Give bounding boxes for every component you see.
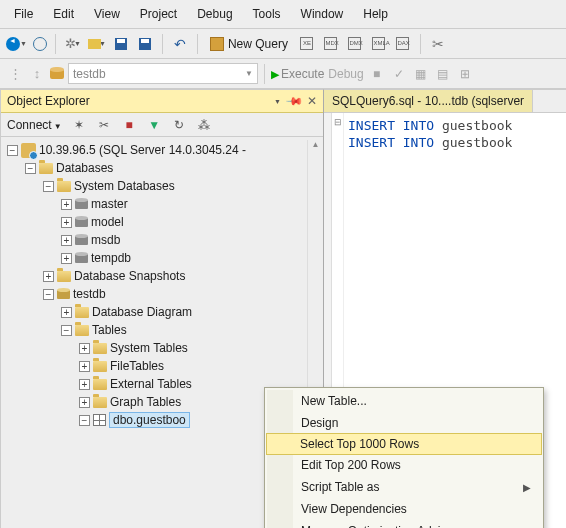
separator (162, 34, 163, 54)
undo-button[interactable]: ↶ (171, 35, 189, 53)
folder-icon (93, 343, 107, 354)
folder-icon (93, 379, 107, 390)
expand-toggle[interactable]: + (79, 343, 90, 354)
connect-toolbar: Connect▼ ✶ ✂ ■ ▼ ↻ ⁂ (1, 113, 323, 137)
dmx-query-button[interactable]: DMX (346, 35, 364, 53)
database-selector-value: testdb (73, 67, 106, 81)
open-button[interactable]: ▼ (88, 35, 106, 53)
menu-edit[interactable]: Edit (43, 3, 84, 25)
expand-toggle[interactable]: + (61, 307, 72, 318)
ctx-edit-top-200[interactable]: Edit Top 200 Rows (267, 454, 541, 476)
expand-toggle[interactable]: − (79, 415, 90, 426)
main-toolbar: ▼ ✲▼ ▼ ↶ New Query XE MDX DMX XMLA DAX ✂ (0, 29, 566, 59)
filetables-node[interactable]: FileTables (110, 359, 164, 373)
system-tables-node[interactable]: System Tables (110, 341, 188, 355)
expand-toggle[interactable]: + (61, 253, 72, 264)
stop-button: ■ (368, 65, 386, 83)
snapshots-node[interactable]: Database Snapshots (74, 269, 185, 283)
change-type-button[interactable]: ↕ (28, 65, 46, 83)
activity-icon[interactable]: ⁂ (197, 117, 212, 132)
menu-tools[interactable]: Tools (243, 3, 291, 25)
main-menu-bar: File Edit View Project Debug Tools Windo… (0, 0, 566, 29)
tables-node[interactable]: Tables (92, 323, 127, 337)
table-icon (93, 414, 106, 426)
execute-button[interactable]: ▶Execute (271, 67, 324, 81)
ctx-view-dependencies[interactable]: View Dependencies (267, 498, 541, 520)
expand-toggle[interactable]: + (43, 271, 54, 282)
dbo-guestbook-node[interactable]: dbo.guestboo (109, 412, 190, 428)
parse-button[interactable]: ✓ (390, 65, 408, 83)
expand-toggle[interactable]: − (43, 289, 54, 300)
execute-label: Execute (281, 67, 324, 81)
new-query-button[interactable]: New Query (206, 35, 292, 53)
msdb-node[interactable]: msdb (91, 233, 120, 247)
play-icon: ▶ (271, 68, 279, 80)
expand-toggle[interactable]: − (43, 181, 54, 192)
include-plan-button[interactable]: ▤ (434, 65, 452, 83)
menu-window[interactable]: Window (291, 3, 354, 25)
submenu-arrow-icon: ▶ (523, 482, 535, 493)
ctx-memory-advisor[interactable]: Memory Optimization Advisor (267, 520, 541, 528)
window-position-button[interactable]: ▼ (274, 98, 281, 105)
ctx-design[interactable]: Design (267, 412, 541, 434)
expand-toggle[interactable]: + (79, 379, 90, 390)
tempdb-node[interactable]: tempdb (91, 251, 131, 265)
keyword: INSERT (348, 135, 395, 150)
disconnect-icon[interactable]: ✂ (97, 117, 112, 132)
external-tables-node[interactable]: External Tables (110, 377, 192, 391)
expand-toggle[interactable]: + (61, 217, 72, 228)
xe-query-button[interactable]: XE (298, 35, 316, 53)
expand-toggle[interactable]: − (25, 163, 36, 174)
connect-icon[interactable]: ✶ (72, 117, 87, 132)
scroll-up-icon[interactable]: ▲ (308, 140, 323, 149)
model-node[interactable]: model (91, 215, 124, 229)
ctx-select-top-1000[interactable]: Select Top 1000 Rows (266, 433, 542, 455)
chevron-down-icon: ▼ (20, 40, 27, 47)
menu-file[interactable]: File (4, 3, 43, 25)
menu-project[interactable]: Project (130, 3, 187, 25)
diagrams-node[interactable]: Database Diagram (92, 305, 192, 319)
menu-help[interactable]: Help (353, 3, 398, 25)
ctx-script-table-as[interactable]: Script Table as▶ (267, 476, 541, 498)
new-item-button[interactable]: ✲▼ (64, 35, 82, 53)
save-button[interactable] (112, 35, 130, 53)
identifier: guestbook (442, 118, 512, 133)
database-dropdown-icon (50, 67, 64, 81)
menu-debug[interactable]: Debug (187, 3, 242, 25)
menu-view[interactable]: View (84, 3, 130, 25)
expand-toggle[interactable]: + (61, 235, 72, 246)
testdb-node[interactable]: testdb (73, 287, 106, 301)
expand-toggle[interactable]: + (79, 397, 90, 408)
folder-icon (93, 397, 107, 408)
object-explorer-title: Object Explorer (7, 94, 90, 108)
cut-button[interactable]: ✂ (429, 35, 447, 53)
sql-toolbar-icon: ⋮ (6, 65, 24, 83)
connect-button[interactable]: Connect▼ (7, 118, 62, 132)
expand-toggle[interactable]: + (79, 361, 90, 372)
system-databases-node[interactable]: System Databases (74, 179, 175, 193)
nav-back-button[interactable]: ▼ (6, 37, 27, 51)
dax-query-button[interactable]: DAX (394, 35, 412, 53)
xmla-query-button[interactable]: XMLA (370, 35, 388, 53)
close-panel-button[interactable]: ✕ (307, 94, 317, 108)
expand-toggle[interactable]: − (7, 145, 18, 156)
save-all-button[interactable] (136, 35, 154, 53)
ctx-new-table[interactable]: New Table... (267, 390, 541, 412)
graph-tables-node[interactable]: Graph Tables (110, 395, 181, 409)
pin-button[interactable]: 📌 (284, 91, 303, 110)
databases-node[interactable]: Databases (56, 161, 113, 175)
database-selector[interactable]: testdb ▼ (68, 63, 258, 84)
debug-button[interactable]: Debug (328, 67, 363, 81)
display-plan-button[interactable]: ▦ (412, 65, 430, 83)
expand-toggle[interactable]: + (61, 199, 72, 210)
nav-forward-button[interactable] (33, 37, 47, 51)
filter-icon[interactable]: ▼ (147, 117, 162, 132)
server-node[interactable]: 10.39.96.5 (SQL Server 14.0.3045.24 - (39, 143, 246, 157)
refresh-icon[interactable]: ↻ (172, 117, 187, 132)
options-button[interactable]: ⊞ (456, 65, 474, 83)
expand-toggle[interactable]: − (61, 325, 72, 336)
master-node[interactable]: master (91, 197, 128, 211)
tab-sqlquery6[interactable]: SQLQuery6.sql - 10....tdb (sqlserver (324, 90, 533, 112)
mdx-query-button[interactable]: MDX (322, 35, 340, 53)
stop-icon[interactable]: ■ (122, 117, 137, 132)
